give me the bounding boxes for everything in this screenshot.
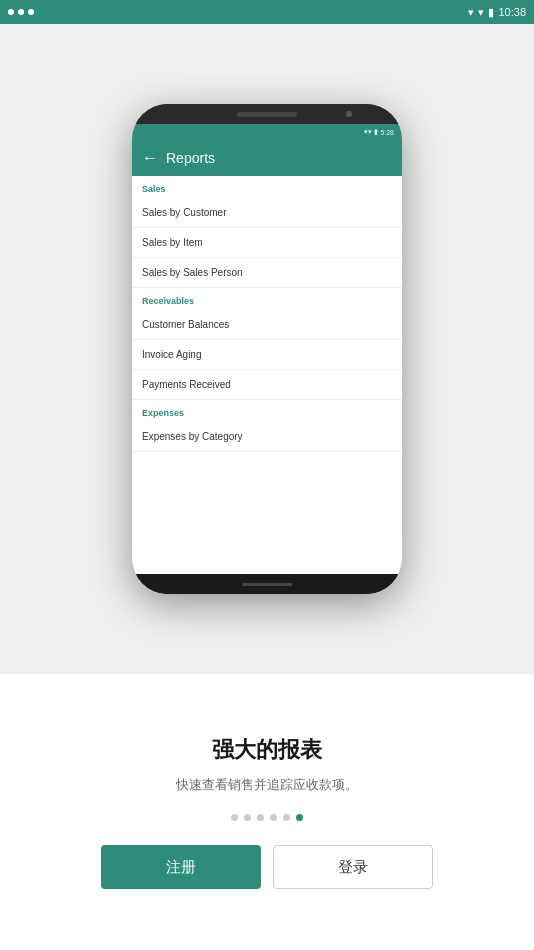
time-display: 10:38 bbox=[498, 6, 526, 18]
phone-bottom-bezel bbox=[132, 574, 402, 594]
signal-icon: ▾ bbox=[468, 6, 474, 19]
phone-status-right: ▾▾ ▮ 5:28 bbox=[364, 128, 394, 136]
list-item-expenses-by-category[interactable]: Expenses by Category bbox=[132, 422, 402, 452]
list-item-sales-by-item[interactable]: Sales by Item bbox=[132, 228, 402, 258]
register-button[interactable]: 注册 bbox=[101, 845, 261, 889]
phone-battery-icon: ▮ bbox=[374, 128, 378, 136]
phone-screen: ▾▾ ▮ 5:28 ← Reports Sales Sales by Custo… bbox=[132, 124, 402, 574]
wifi-icon: ▾ bbox=[478, 6, 484, 19]
back-button[interactable]: ← bbox=[142, 149, 158, 167]
phone-time: 5:28 bbox=[380, 129, 394, 136]
home-indicator bbox=[242, 583, 292, 586]
system-status-bar: ▾ ▾ ▮ 10:38 bbox=[0, 0, 534, 24]
bottom-section: 强大的报表 快速查看销售并追踪应收款项。 注册 登录 bbox=[0, 674, 534, 950]
list-item-sales-by-customer[interactable]: Sales by Customer bbox=[132, 198, 402, 228]
dot-5 bbox=[283, 814, 290, 821]
notification-dot-2 bbox=[18, 9, 24, 15]
buttons-row: 注册 登录 bbox=[40, 845, 494, 889]
section-header-receivables: Receivables bbox=[132, 288, 402, 310]
phone-signal-icon: ▾▾ bbox=[364, 128, 372, 136]
list-item-sales-by-salesperson[interactable]: Sales by Sales Person bbox=[132, 258, 402, 288]
list-item-customer-balances[interactable]: Customer Balances bbox=[132, 310, 402, 340]
dot-6-active bbox=[296, 814, 303, 821]
phone-area: ▾▾ ▮ 5:28 ← Reports Sales Sales by Custo… bbox=[0, 24, 534, 674]
main-content: ▾▾ ▮ 5:28 ← Reports Sales Sales by Custo… bbox=[0, 24, 534, 950]
promo-title: 强大的报表 bbox=[212, 735, 322, 765]
phone-speaker bbox=[237, 112, 297, 117]
app-header: ← Reports bbox=[132, 140, 402, 176]
reports-list: Sales Sales by Customer Sales by Item Sa… bbox=[132, 176, 402, 574]
login-button[interactable]: 登录 bbox=[273, 845, 433, 889]
status-bar-right: ▾ ▾ ▮ 10:38 bbox=[468, 6, 526, 19]
phone-camera bbox=[346, 111, 352, 117]
page-dots bbox=[231, 814, 303, 821]
dot-4 bbox=[270, 814, 277, 821]
list-item-payments-received[interactable]: Payments Received bbox=[132, 370, 402, 400]
phone-status-bar: ▾▾ ▮ 5:28 bbox=[132, 124, 402, 140]
promo-subtitle: 快速查看销售并追踪应收款项。 bbox=[176, 775, 358, 795]
section-header-sales: Sales bbox=[132, 176, 402, 198]
battery-icon: ▮ bbox=[488, 6, 494, 19]
dot-1 bbox=[231, 814, 238, 821]
status-bar-left bbox=[8, 9, 34, 15]
dot-3 bbox=[257, 814, 264, 821]
section-header-expenses: Expenses bbox=[132, 400, 402, 422]
list-item-invoice-aging[interactable]: Invoice Aging bbox=[132, 340, 402, 370]
notification-dot bbox=[8, 9, 14, 15]
phone-top-bezel bbox=[132, 104, 402, 124]
dot-2 bbox=[244, 814, 251, 821]
phone-mockup: ▾▾ ▮ 5:28 ← Reports Sales Sales by Custo… bbox=[132, 104, 402, 594]
notification-dot-3 bbox=[28, 9, 34, 15]
page-title: Reports bbox=[166, 150, 215, 166]
